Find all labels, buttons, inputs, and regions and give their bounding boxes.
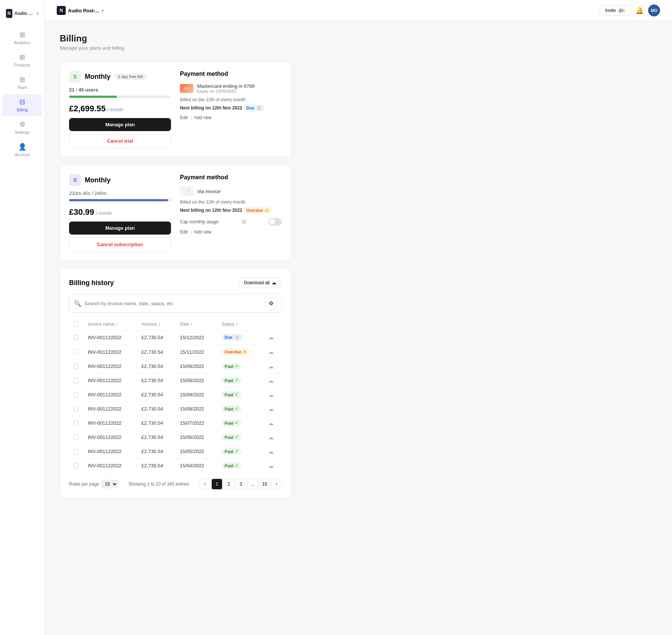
status-badge-row: Paid ✓ [222,391,241,398]
price-row-clarity: £2,699.55 / month [69,104,171,114]
analytics-icon: ⊞ [19,31,25,39]
row-checkbox[interactable] [74,463,79,468]
cancel-subscription-button[interactable]: Cancel subscription [69,238,171,251]
row-checkbox[interactable] [74,364,79,369]
cap-usage-toggle[interactable] [268,218,282,226]
manage-plan-clarity-button[interactable]: Manage plan [69,118,171,131]
row-checkbox[interactable] [74,335,79,340]
payment-method-row-monthly: 📄 Via invoice [180,187,282,196]
invoice-status: Paid ✓ [217,402,264,416]
col-status: Status ↕ [217,319,264,330]
download-invoice-icon[interactable]: ☁ [268,334,274,340]
user-avatar[interactable]: MO [648,4,660,16]
mastercard-icon: MC [180,84,193,93]
row-checkbox-cell [69,402,83,416]
sidebar-item-account[interactable]: 👤 Account [2,139,42,161]
invoice-date: 15/07/2022 [175,416,217,430]
sidebar-item-billing[interactable]: ⊟ Billing [2,94,42,116]
payment-section-clarity: Payment method MC Mastercard ending in 6… [180,71,282,148]
status-badge-row: Paid ✓ [222,434,241,440]
workspace-chevron[interactable]: ▾ [37,12,38,16]
invoice-amount: £2,730.54 [137,345,175,359]
invoice-amount: £2,730.54 [137,402,175,416]
billing-next-clarity: Next billing on 12th Nov 2022 Due i [180,105,282,111]
row-checkbox-cell [69,444,83,459]
edit-link-monthly[interactable]: Edit [180,229,188,235]
edit-link-clarity[interactable]: Edit [180,115,188,120]
cap-usage-row: Cap monthly usage i [180,218,282,226]
sidebar-label-billing: Billing [17,108,28,112]
search-bar[interactable]: 🔍 ⚙ [69,294,282,313]
row-checkbox[interactable] [74,421,79,426]
download-invoice-icon[interactable]: ☁ [268,463,274,469]
payment-title-monthly: Payment method [180,174,282,181]
sidebar: N Audio Post-... ▾ ⊞ Analytics ⊞ Product… [0,0,45,635]
invoice-id: INV-001122022 [83,430,137,444]
row-status-info-icon[interactable]: i [235,335,240,340]
download-invoice-icon[interactable]: ☁ [268,406,274,412]
row-checkbox-cell [69,330,83,345]
cap-info-icon[interactable]: i [241,219,246,224]
users-current: 21 [69,87,74,93]
page-1-button[interactable]: 1 [212,479,222,489]
page-2-button[interactable]: 2 [224,479,234,489]
download-invoice-icon[interactable]: ☁ [268,420,274,426]
invoice-date: 15/08/2022 [175,374,217,388]
prev-page-button[interactable]: ‹ [200,479,210,489]
sidebar-logo[interactable]: N Audio Post-... ▾ [0,6,44,27]
sidebar-item-settings[interactable]: ⚙ Settings [2,117,42,138]
add-new-link-clarity[interactable]: Add new [194,115,212,120]
row-checkbox[interactable] [74,449,79,454]
status-badge-row: Overdue ⚠ [222,349,250,355]
add-new-link-monthly[interactable]: Add new [194,229,212,235]
invoice-status: Due i [217,330,264,345]
next-page-button[interactable]: › [271,479,282,489]
rows-label: Rows per page [69,481,99,487]
download-invoice-icon[interactable]: ☁ [268,378,274,384]
row-checkbox[interactable] [74,435,79,440]
page-10-button[interactable]: 10 [259,479,270,489]
manage-plan-monthly-button[interactable]: Manage plan [69,222,171,235]
settings-icon: ⚙ [19,120,25,128]
download-invoice-icon[interactable]: ☁ [268,349,274,355]
due-info-icon[interactable]: i [256,105,262,111]
plan-left-clarity: S Monthly 1 day free left 21 / 45 users … [69,71,171,148]
row-checkbox[interactable] [74,378,79,383]
plan-card-monthly: S Monthly 233m 45s / 240m £30.99 / month… [60,165,291,261]
table-row: INV-001122022 £2,730.54 15/06/2022 Paid … [69,430,282,444]
invoice-download: ☁ [264,416,282,430]
invoice-id: INV-001122022 [83,345,137,359]
row-checkbox[interactable] [74,406,79,412]
rows-select[interactable]: 10 20 50 [102,480,118,488]
sidebar-item-team[interactable]: ⊞ Team [2,72,42,93]
cancel-trial-button[interactable]: Cancel trial [69,134,171,148]
search-icon: 🔍 [74,300,81,307]
search-input[interactable] [84,301,262,306]
row-checkbox[interactable] [74,392,79,397]
invoice-date: 15/09/2022 [175,388,217,402]
paid-check-icon: ✓ [235,435,238,440]
download-invoice-icon[interactable]: ☁ [268,392,274,398]
invoice-amount: £2,730.54 [137,416,175,430]
invoice-id: INV-001122022 [83,459,137,473]
download-all-button[interactable]: Download all ☁ [238,278,282,288]
download-invoice-icon[interactable]: ☁ [268,434,274,440]
notification-bell-icon[interactable]: 🔔 [635,6,644,15]
logo-icon: N [6,9,12,18]
invite-button[interactable]: Invite 2+ [600,5,631,16]
billing-next-monthly: Next billing on 12th Nov 2022 Overdue ⚠ [180,207,282,214]
filter-button[interactable]: ⚙ [265,297,277,309]
paid-check-icon: ✓ [235,421,238,425]
invoice-status: Paid ✓ [217,374,264,388]
download-invoice-icon[interactable]: ☁ [268,363,274,369]
pagination: Rows per page 10 20 50 Showing 1 to 10 o… [69,479,282,489]
paid-check-icon: ✓ [235,449,238,454]
row-checkbox[interactable] [74,349,79,354]
workspace-selector[interactable]: N Audio Post-... ▾ [57,6,103,15]
sidebar-item-analytics[interactable]: ⊞ Analytics [2,27,42,49]
select-all-checkbox[interactable] [74,322,79,327]
sidebar-item-products[interactable]: ⊞ Products [2,49,42,71]
page-3-button[interactable]: 3 [236,479,246,489]
team-icon: ⊞ [19,75,25,84]
download-invoice-icon[interactable]: ☁ [268,449,274,455]
